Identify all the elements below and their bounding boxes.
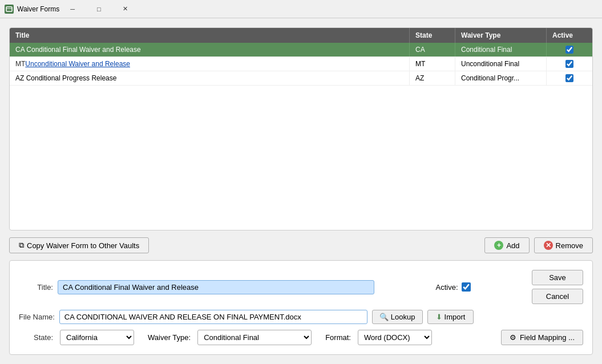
right-buttons: Save Cancel xyxy=(532,270,583,304)
col-title: Title xyxy=(10,28,410,43)
remove-label: Remove xyxy=(556,241,583,250)
col-state: State xyxy=(410,28,455,43)
title-bar: Waiver Forms ─ □ ✕ xyxy=(0,0,602,18)
format-label: Format: xyxy=(325,333,351,342)
row2-active-checkbox[interactable] xyxy=(565,60,573,68)
active-label: Active: xyxy=(435,283,458,292)
form-section: Title: Active: Save Cancel File Name: 🔍 … xyxy=(9,260,593,355)
search-icon: 🔍 xyxy=(379,313,389,321)
copy-waiver-button[interactable]: ⧉ Copy Waiver Form to Other Vaults xyxy=(9,237,149,253)
maximize-button[interactable]: □ xyxy=(86,0,112,18)
row2-waiver-type: Unconditional Final xyxy=(455,57,547,71)
col-active: Active xyxy=(547,28,592,43)
row1-state: CA xyxy=(410,43,455,56)
table-header: Title State Waiver Type Active xyxy=(10,28,592,43)
add-icon: + xyxy=(494,241,503,250)
row1-title: CA Conditional Final Waiver and Release xyxy=(10,43,410,56)
import-button[interactable]: ⬇ Import xyxy=(427,310,474,324)
row3-state: AZ xyxy=(410,71,455,85)
field-mapping-label: Field Mapping ... xyxy=(520,333,575,342)
active-row: Active: xyxy=(435,282,470,292)
cancel-button[interactable]: Cancel xyxy=(532,289,583,304)
row1-active-checkbox[interactable] xyxy=(565,46,573,54)
app-icon xyxy=(5,5,14,14)
waiver-forms-table: Title State Waiver Type Active CA Condit… xyxy=(9,27,593,230)
row3-active-checkbox[interactable] xyxy=(565,74,573,82)
row1-active xyxy=(547,43,592,56)
import-label: Import xyxy=(445,313,466,321)
remove-button[interactable]: ✕ Remove xyxy=(534,237,593,253)
title-input[interactable] xyxy=(58,280,374,294)
copy-label: Copy Waiver Form to Other Vaults xyxy=(27,241,139,250)
main-content: Title State Waiver Type Active CA Condit… xyxy=(0,18,602,364)
window-title: Waiver Forms xyxy=(17,5,59,13)
table-body: CA Conditional Final Waiver and Release … xyxy=(10,43,592,86)
field-mapping-button[interactable]: ⚙ Field Mapping ... xyxy=(501,330,583,345)
waiver-type-label: Waiver Type: xyxy=(148,333,191,342)
waiver-type-select[interactable]: Conditional Final Unconditional Final Co… xyxy=(197,330,312,345)
download-icon: ⬇ xyxy=(436,313,442,321)
minimize-button[interactable]: ─ xyxy=(59,0,86,18)
table-row[interactable]: AZ Conditional Progress Release AZ Condi… xyxy=(10,71,592,86)
table-row[interactable]: MT Unconditional Waiver and Release MT U… xyxy=(10,57,592,71)
lookup-label: Lookup xyxy=(391,313,415,321)
row3-active xyxy=(547,71,592,85)
lookup-button[interactable]: 🔍 Lookup xyxy=(372,310,423,324)
svg-rect-0 xyxy=(6,7,12,11)
state-row: State: California Montana Arizona Waiver… xyxy=(19,330,583,345)
active-checkbox[interactable] xyxy=(462,282,471,292)
add-label: Add xyxy=(506,241,519,250)
state-label: State: xyxy=(19,333,53,342)
filename-row: File Name: 🔍 Lookup ⬇ Import xyxy=(19,310,583,324)
filename-label: File Name: xyxy=(19,313,55,321)
row2-title: MT Unconditional Waiver and Release xyxy=(10,57,410,71)
table-row[interactable]: CA Conditional Final Waiver and Release … xyxy=(10,43,592,57)
action-row: ⧉ Copy Waiver Form to Other Vaults + Add… xyxy=(9,237,593,253)
filename-input[interactable] xyxy=(59,310,367,324)
state-select[interactable]: California Montana Arizona xyxy=(60,330,134,345)
row2-active xyxy=(547,57,592,71)
window-controls: ─ □ ✕ xyxy=(59,0,138,18)
format-select[interactable]: Word (DOCX) PDF xyxy=(358,330,432,345)
col-waiver-type: Waiver Type xyxy=(455,28,547,43)
title-row: Title: Active: Save Cancel xyxy=(19,270,583,304)
remove-icon: ✕ xyxy=(544,241,553,250)
title-label: Title: xyxy=(19,283,53,292)
add-button[interactable]: + Add xyxy=(484,237,529,253)
close-button[interactable]: ✕ xyxy=(112,0,138,18)
row2-state: MT xyxy=(410,57,455,71)
row3-title: AZ Conditional Progress Release xyxy=(10,71,410,85)
row3-waiver-type: Conditional Progr... xyxy=(455,71,547,85)
gear-icon: ⚙ xyxy=(510,333,516,342)
row1-waiver-type: Conditional Final xyxy=(455,43,547,56)
copy-icon: ⧉ xyxy=(19,241,24,250)
save-button[interactable]: Save xyxy=(532,270,583,285)
